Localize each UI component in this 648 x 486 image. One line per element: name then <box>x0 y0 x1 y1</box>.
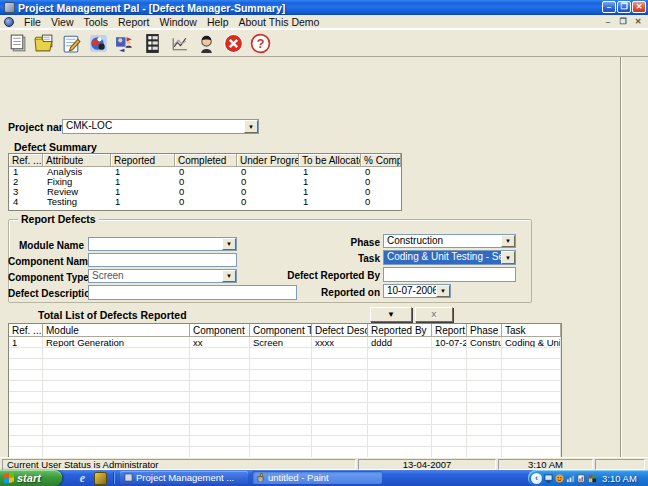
defect-manager-form: Project name CMK-LOC ▼ Defect Summary Re… <box>0 57 648 457</box>
chevron-down-icon[interactable]: ▼ <box>244 120 258 133</box>
status-date: 13-04-2007 <box>358 459 496 470</box>
add-defect-button[interactable]: ▼ <box>370 307 412 322</box>
chevron-down-icon[interactable]: ▼ <box>501 235 515 247</box>
menu-about-this-demo[interactable]: About This Demo <box>234 16 325 28</box>
phase-select[interactable]: Construction ▼ <box>383 234 516 248</box>
empty-row <box>9 436 561 447</box>
chevron-left-icon[interactable]: ‹ <box>531 473 542 484</box>
window-title: Project Management Pal - [Defect Manager… <box>18 2 285 14</box>
windows-logo-icon <box>4 472 14 483</box>
defect-splash-icon[interactable] <box>87 32 110 55</box>
desktop: Project Management Pal - [Defect Manager… <box>0 0 648 486</box>
color-grid-icon[interactable] <box>588 474 597 483</box>
restore-button[interactable]: ❐ <box>617 1 631 13</box>
menu-bar: File View Tools Report Window Help About… <box>0 15 648 29</box>
column-header[interactable]: Reported <box>111 154 175 167</box>
help-icon[interactable]: ? <box>249 32 272 55</box>
signal-strength-icon[interactable] <box>566 474 575 483</box>
checklist-icon[interactable] <box>141 32 164 55</box>
column-header[interactable]: Component Type <box>250 324 312 337</box>
report-defects-title: Report Defects <box>18 213 99 225</box>
defect-reported-by-label: Defect Reported By <box>270 270 380 281</box>
column-header[interactable]: Ref. ... <box>9 324 43 337</box>
defect-reported-by-input[interactable] <box>383 267 516 282</box>
open-folder-icon[interactable] <box>33 32 56 55</box>
internet-explorer-icon[interactable]: e <box>76 472 89 485</box>
document-chart-icon[interactable] <box>577 474 586 483</box>
menu-file[interactable]: File <box>19 16 46 28</box>
user-icon[interactable] <box>195 32 218 55</box>
reported-on-label: Reported on <box>300 287 380 298</box>
chart-icon[interactable] <box>168 32 191 55</box>
table-row[interactable]: 3Review10010 <box>9 187 401 197</box>
menu-view[interactable]: View <box>46 16 79 28</box>
column-header[interactable]: % Completed <box>361 154 401 167</box>
component-name-input[interactable] <box>88 253 237 267</box>
exit-icon[interactable] <box>222 32 245 55</box>
window-titlebar[interactable]: Project Management Pal - [Defect Manager… <box>0 0 648 15</box>
child-window-edge <box>620 57 621 457</box>
empty-row <box>9 359 561 370</box>
column-header[interactable]: Completed <box>175 154 237 167</box>
chevron-down-icon[interactable]: ▼ <box>222 238 236 250</box>
system-tray: ‹ 3:10 AM <box>528 470 648 486</box>
menu-window[interactable]: Window <box>155 16 202 28</box>
table-row[interactable]: 2Fixing10010 <box>9 177 401 187</box>
menu-help[interactable]: Help <box>202 16 234 28</box>
table-row[interactable]: 1Report GenerationxxScreenxxxxdddd10-07-… <box>9 337 561 348</box>
column-header[interactable]: Phase <box>467 324 502 337</box>
display-icon[interactable] <box>544 474 553 483</box>
close-button[interactable]: ✕ <box>632 1 646 13</box>
column-header[interactable]: Component <box>190 324 250 337</box>
component-name-label: Component Name <box>8 256 84 267</box>
minimize-button[interactable]: – <box>602 1 616 13</box>
delete-defect-button[interactable]: X <box>415 307 453 322</box>
defect-summary-table: Ref. ... Attribute Reported Completed Un… <box>8 153 402 211</box>
defect-description-input[interactable] <box>88 285 297 300</box>
app-icon <box>124 473 133 482</box>
task-select[interactable]: Coding & Unit Testing - Self ▼ <box>383 250 516 265</box>
chevron-down-icon[interactable]: ▼ <box>436 285 450 297</box>
report-icon[interactable] <box>6 32 29 55</box>
chevron-down-icon[interactable]: ▼ <box>501 251 515 264</box>
mdi-minimize-button[interactable]: – <box>602 16 614 27</box>
resource-transfer-icon[interactable] <box>114 32 137 55</box>
table-row[interactable]: 4Testing10010 <box>9 197 401 207</box>
quicklaunch-app-icon[interactable] <box>94 472 107 485</box>
taskbar-item-paint[interactable]: untitled - Paint <box>252 471 382 484</box>
mdi-restore-button[interactable]: ❐ <box>617 16 629 27</box>
column-header[interactable]: Reported By <box>368 324 432 337</box>
column-header[interactable]: To be Allocated <box>299 154 361 167</box>
paint-icon <box>256 473 265 482</box>
chevron-down-icon[interactable]: ▼ <box>222 270 236 282</box>
column-header[interactable]: Report... <box>432 324 467 337</box>
column-header[interactable]: Task <box>502 324 561 337</box>
menu-report[interactable]: Report <box>113 16 155 28</box>
reported-on-datepicker[interactable]: 10-07-2006 ▼ <box>383 284 451 298</box>
smiley-icon[interactable] <box>555 474 564 483</box>
table-row[interactable]: 1Analysis10010 <box>9 167 401 177</box>
column-header[interactable]: Module <box>43 324 190 337</box>
task-label: Task <box>300 253 380 264</box>
user-status-text: Current User Status is Administrator <box>2 459 356 470</box>
column-header[interactable]: Attribute <box>43 154 111 167</box>
component-type-select[interactable]: Screen ▼ <box>88 269 237 283</box>
column-header[interactable]: Defect Descript... <box>312 324 368 337</box>
notes-icon[interactable] <box>60 32 83 55</box>
menu-tools[interactable]: Tools <box>79 16 114 28</box>
start-button[interactable]: start <box>0 470 62 486</box>
column-header[interactable]: Ref. ... <box>9 154 43 167</box>
taskbar-item-project-management[interactable]: Project Management ... <box>120 471 248 484</box>
toolbar: ? <box>0 29 648 57</box>
component-type-label: Component Type <box>8 272 84 283</box>
column-header[interactable]: Under Progress <box>237 154 299 167</box>
project-name-select[interactable]: CMK-LOC ▼ <box>62 119 259 134</box>
status-time: 3:10 AM <box>498 459 593 470</box>
status-bar: Current User Status is Administrator 13-… <box>0 457 648 470</box>
module-name-select[interactable]: ▼ <box>88 237 237 251</box>
module-name-label: Module Name <box>8 240 84 251</box>
child-window-icon[interactable] <box>4 17 14 27</box>
svg-text:?: ? <box>257 37 265 51</box>
mdi-close-button[interactable]: ✕ <box>632 16 644 27</box>
phase-label: Phase <box>300 237 380 248</box>
